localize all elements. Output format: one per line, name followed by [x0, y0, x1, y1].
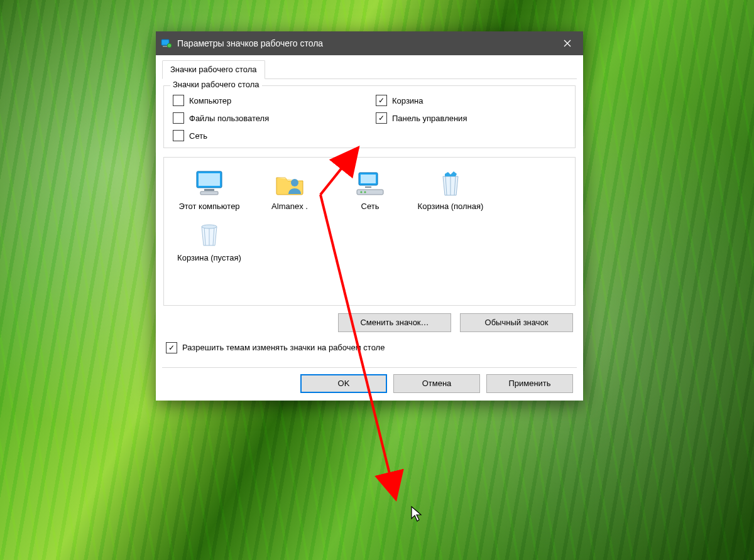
- icon-label: Корзина (пустая): [177, 253, 241, 263]
- tab-desktop-icons[interactable]: Значки рабочего стола: [162, 60, 265, 79]
- checkbox-label: Разрешить темам изменять значки на рабоч…: [182, 343, 385, 352]
- checkbox-recyclebin[interactable]: Корзина: [376, 95, 566, 106]
- checkbox-box: [173, 95, 184, 106]
- icon-item-user-folder[interactable]: Almanex .: [249, 164, 330, 215]
- cursor-icon: [411, 506, 423, 522]
- group-legend: Значки рабочего стола: [170, 80, 262, 89]
- icon-item-bin-empty[interactable]: Корзина (пустая): [169, 215, 249, 267]
- tab-strip: Значки рабочего стола: [162, 60, 577, 79]
- checkbox-network[interactable]: Сеть: [173, 130, 363, 141]
- svg-point-13: [364, 191, 366, 193]
- icon-item-network[interactable]: Сеть: [330, 164, 410, 215]
- checkbox-box: ✓: [166, 342, 177, 353]
- icon-preview-well: Этот компьютер Almanex .: [163, 157, 576, 306]
- svg-point-12: [360, 191, 362, 193]
- svg-point-2: [167, 43, 172, 48]
- default-icon-button[interactable]: Обычный значок: [460, 313, 573, 332]
- icon-item-this-pc[interactable]: Этот компьютер: [169, 164, 249, 215]
- svg-rect-6: [200, 191, 218, 195]
- svg-rect-10: [365, 186, 371, 188]
- svg-point-7: [291, 179, 298, 186]
- recycle-bin-full-icon: [434, 169, 467, 199]
- window-icon: [161, 38, 172, 49]
- network-icon: [354, 169, 386, 199]
- checkbox-label: Компьютер: [189, 96, 231, 105]
- checkbox-computer[interactable]: Компьютер: [173, 95, 363, 106]
- user-folder-icon: [273, 169, 306, 199]
- checkbox-box: [376, 112, 387, 124]
- checkbox-box: [173, 112, 184, 124]
- icon-label: Almanex .: [271, 202, 308, 212]
- icon-label: Сеть: [361, 202, 380, 212]
- close-button[interactable]: [552, 31, 583, 55]
- recycle-bin-empty-icon: [193, 220, 226, 250]
- checkbox-box: [173, 130, 184, 141]
- svg-point-14: [202, 225, 217, 229]
- checkbox-label: Файлы пользователя: [189, 114, 269, 123]
- checkbox-label: Корзина: [392, 96, 423, 105]
- checkbox-box: [376, 95, 387, 106]
- titlebar[interactable]: Параметры значков рабочего стола: [156, 31, 583, 55]
- checkbox-controlpanel[interactable]: Панель управления: [376, 112, 566, 124]
- checkbox-userfiles[interactable]: Файлы пользователя: [173, 112, 363, 124]
- checkbox-label: Сеть: [189, 131, 207, 141]
- desktop-icon-settings-window: Параметры значков рабочего стола Значки …: [156, 31, 583, 401]
- change-icon-button[interactable]: Сменить значок…: [338, 313, 451, 332]
- checkbox-label: Панель управления: [392, 114, 467, 123]
- this-pc-icon: [193, 169, 226, 199]
- svg-rect-5: [204, 189, 214, 191]
- icon-label: Корзина (полная): [418, 202, 484, 212]
- checkbox-allow-themes[interactable]: ✓ Разрешить темам изменять значки на раб…: [166, 342, 574, 353]
- icon-item-bin-full[interactable]: Корзина (полная): [410, 164, 491, 215]
- close-icon: [564, 40, 571, 47]
- window-client-area: Значки рабочего стола Значки рабочего ст…: [156, 55, 583, 401]
- svg-rect-4: [199, 173, 220, 186]
- apply-button[interactable]: Применить: [486, 374, 573, 393]
- desktop-wallpaper: Параметры значков рабочего стола Значки …: [0, 0, 754, 560]
- desktop-icons-group: Значки рабочего стола Компьютер Корзина …: [163, 85, 576, 148]
- window-title: Параметры значков рабочего стола: [177, 38, 552, 48]
- ok-button[interactable]: OK: [300, 374, 387, 393]
- separator: [162, 367, 577, 368]
- icon-label: Этот компьютер: [178, 202, 239, 212]
- svg-rect-9: [361, 175, 376, 183]
- cancel-button[interactable]: Отмена: [393, 374, 480, 393]
